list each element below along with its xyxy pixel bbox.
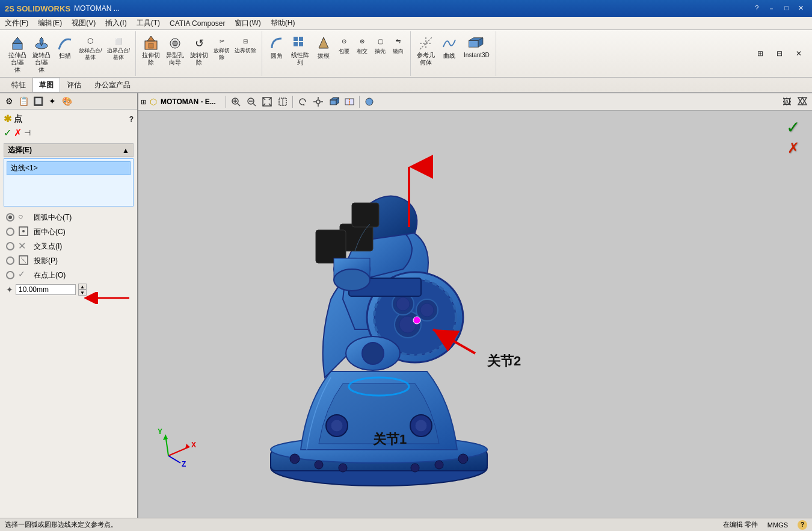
- tab-office[interactable]: 办公室产品: [88, 78, 137, 92]
- tab-evaluate[interactable]: 评估: [60, 78, 88, 92]
- ribbon-toolbar: 拉伸凸台/基体 旋转凸台/基体 扫描 ⬡ 放样凸台/基体: [0, 30, 812, 77]
- zoom-out-btn[interactable]: [244, 95, 259, 109]
- close-btn[interactable]: ✕: [795, 4, 807, 14]
- intersect-radio[interactable]: [6, 242, 14, 250]
- panel-btn-4[interactable]: ✦: [46, 95, 59, 108]
- ribbon-extra-2[interactable]: ⊟: [771, 46, 788, 61]
- curves-btn[interactable]: 曲线: [438, 34, 460, 61]
- scene-btn[interactable]: 🖼: [780, 95, 794, 109]
- intersect-label: 相交: [357, 48, 368, 55]
- boundary-cut-btn[interactable]: ⊟ 边界切除: [233, 34, 258, 55]
- project-radio[interactable]: [6, 256, 14, 265]
- linear-pattern-btn[interactable]: 线性阵列: [289, 34, 312, 67]
- tab-feature[interactable]: 特征: [5, 78, 32, 92]
- selection-list[interactable]: 边线<1>: [4, 158, 134, 206]
- cancel-action-btn[interactable]: ✗: [14, 127, 22, 138]
- mirror-btn[interactable]: ⇋ 镜向: [390, 34, 407, 56]
- on-point-radio[interactable]: [6, 271, 14, 279]
- mirror-icon: ⇋: [392, 34, 405, 48]
- option-arc-center[interactable]: ○ 圆弧中心(T): [4, 210, 134, 225]
- revolve-cut-btn[interactable]: ↺ 旋转切除: [188, 34, 211, 67]
- point-help-icon[interactable]: ?: [129, 115, 134, 123]
- hole-wizard-btn[interactable]: 异型孔向导: [164, 34, 186, 67]
- loft-btn[interactable]: ⬡ 放样凸台/基体: [77, 34, 104, 61]
- option-face-center[interactable]: 面中心(C): [4, 225, 134, 239]
- help-title-btn[interactable]: ?: [751, 4, 762, 14]
- spin-down-btn[interactable]: ▼: [78, 290, 87, 296]
- fillet-label: 圆角: [271, 52, 283, 60]
- tab-sketch[interactable]: 草图: [32, 78, 60, 92]
- display-mode-btn[interactable]: [362, 95, 377, 109]
- menu-window[interactable]: 窗口(W): [230, 17, 265, 30]
- instant3d-btn[interactable]: Instant3D: [461, 34, 492, 60]
- view3d-btn[interactable]: [327, 95, 341, 109]
- menu-tools[interactable]: 工具(T): [132, 17, 165, 30]
- zoom-area-btn[interactable]: [275, 95, 290, 109]
- draft-btn[interactable]: 拔模: [313, 34, 334, 61]
- spin-up-btn[interactable]: ▲: [78, 284, 87, 290]
- section-view-btn[interactable]: [342, 95, 357, 109]
- panel-btn-1[interactable]: ⚙: [2, 95, 16, 108]
- ribbon-extra-2-icon: ⊟: [773, 47, 786, 60]
- panel-btn-2[interactable]: 📋: [17, 95, 30, 108]
- shell-btn[interactable]: ▢ 抽壳: [372, 34, 389, 56]
- intersect-btn[interactable]: ⊗ 相交: [354, 34, 371, 56]
- revolve-cut-icon: ↺: [191, 35, 208, 52]
- menu-file[interactable]: 文件(F): [0, 17, 33, 30]
- option-project[interactable]: 投影(P): [4, 253, 134, 268]
- svg-marker-4: [147, 36, 155, 41]
- fillet-btn[interactable]: 圆角: [266, 34, 288, 61]
- fillet-icon: [268, 35, 285, 52]
- ribbon-group-ref-content: 参考几何体 曲线 Instant3D: [414, 33, 492, 75]
- pin-action-btn[interactable]: ⊣: [24, 128, 31, 137]
- project-label: 投影(P): [34, 256, 58, 266]
- svg-line-31: [253, 104, 256, 106]
- svg-point-64: [396, 297, 410, 311]
- panel-btn-3[interactable]: 🔲: [31, 95, 45, 108]
- loft-cut-btn[interactable]: ✂ 放样切除: [212, 34, 232, 61]
- zoom-fit-btn[interactable]: [260, 95, 274, 109]
- confirm-action-btn[interactable]: ✓: [4, 127, 11, 138]
- menu-view[interactable]: 视图(V): [67, 17, 100, 30]
- arc-center-radio[interactable]: [6, 213, 14, 222]
- viewport-confirm-btn[interactable]: ✓: [786, 117, 800, 137]
- loft-label: 放样凸台/基体: [79, 48, 102, 61]
- view-orient-btn[interactable]: [795, 95, 810, 109]
- ref-geometry-btn[interactable]: 参考几何体: [414, 34, 437, 67]
- revolve-boss-btn[interactable]: 旋转凸台/基体: [30, 34, 53, 75]
- option-on-point[interactable]: ✓ 在点上(O): [4, 268, 134, 282]
- selection-section-header[interactable]: 选择(E) ▲: [4, 143, 134, 157]
- menu-insert[interactable]: 插入(I): [100, 17, 131, 30]
- ribbon-extra-1[interactable]: ⊞: [752, 46, 769, 61]
- minimize-btn[interactable]: －: [764, 4, 778, 14]
- rotate-btn[interactable]: [295, 95, 310, 109]
- pan-btn[interactable]: [311, 95, 325, 109]
- extruded-boss-btn[interactable]: 拉伸凸台/基体: [6, 34, 29, 75]
- restore-btn[interactable]: □: [781, 4, 792, 14]
- extruded-cut-btn[interactable]: 拉伸切除: [140, 34, 162, 67]
- point-title-text: 点: [14, 114, 22, 125]
- wrap-label: 包覆: [339, 48, 349, 55]
- view-sep-2: [292, 96, 293, 108]
- sweep-btn[interactable]: 扫描: [54, 34, 76, 61]
- face-center-radio[interactable]: [6, 228, 14, 236]
- ribbon-close[interactable]: ✕: [790, 46, 807, 61]
- instant3d-icon: [468, 35, 485, 52]
- viewport-cancel-btn[interactable]: ✗: [787, 140, 799, 157]
- menu-help[interactable]: 帮助(H): [266, 17, 300, 30]
- view-sep-3: [359, 96, 360, 108]
- selection-item-0[interactable]: 边线<1>: [7, 161, 131, 175]
- left-panel: ⚙ 📋 🔲 ✦ 🎨 ✱ 点 ? ✓ ✗ ⊣ 选择(E) ▲: [0, 93, 138, 523]
- intersect-icon: ⊗: [355, 34, 369, 48]
- ref-geometry-icon: [417, 35, 434, 52]
- zoom-in-btn[interactable]: [229, 95, 243, 109]
- wrap-btn[interactable]: ⊙ 包覆: [336, 34, 352, 56]
- svg-rect-5: [149, 43, 153, 48]
- menu-catia[interactable]: CATIA Composer: [165, 18, 230, 29]
- panel-btn-5[interactable]: 🎨: [60, 95, 73, 108]
- boundary-boss-btn[interactable]: ⬜ 边界凸台/基体: [105, 34, 132, 61]
- status-help-icon[interactable]: ?: [798, 520, 807, 530]
- measurement-input[interactable]: [16, 284, 76, 295]
- option-intersect[interactable]: ✕ 交叉点(I): [4, 239, 134, 253]
- menu-edit[interactable]: 编辑(E): [33, 17, 67, 30]
